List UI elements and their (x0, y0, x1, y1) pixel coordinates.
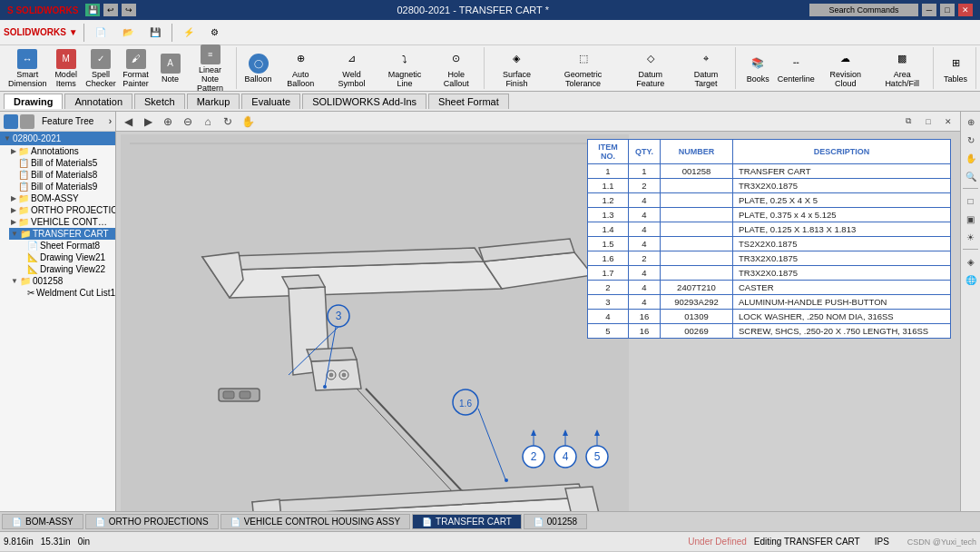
tree-item-dv21[interactable]: ▶ 📐 Drawing View21 (18, 251, 115, 263)
canvas-zoom-in-btn[interactable]: ⊕ (160, 113, 176, 130)
options-button[interactable]: ⚙ (205, 25, 224, 39)
tab-transfer-cart[interactable]: 📄 TRANSFER CART (412, 514, 522, 529)
open-button[interactable]: 📂 (117, 25, 139, 39)
canvas-zoom-out-btn[interactable]: ⊖ (180, 113, 196, 130)
rt-rotate-btn[interactable]: ↻ (963, 132, 979, 148)
tree-item-ortho[interactable]: ▶ 📁 ORTHO PROJECTIONS (9, 204, 115, 216)
rt-scene-btn[interactable]: 🌐 (963, 271, 979, 288)
tree-item-dv22[interactable]: ▶ 📐 Drawing View22 (18, 263, 115, 275)
bom-row-11[interactable]: 51600269SCREW, SHCS, .250-20 X .750 LENG… (588, 324, 951, 339)
weld-symbol-btn[interactable]: ⊿ Weld Symbol (327, 47, 377, 90)
rt-zoom-btn[interactable]: 🔍 (963, 168, 979, 184)
bom-row-2[interactable]: 1.24PLATE, 0.25 X 4 X 5 (588, 193, 951, 208)
bom-row-0[interactable]: 11001258TRANSFER CART (588, 164, 951, 179)
rt-section-btn[interactable]: ▣ (963, 211, 979, 227)
minimize-button[interactable]: ─ (922, 4, 936, 16)
tree-item-sheet-format[interactable]: ▶ 📄 Sheet Format8 (18, 240, 115, 251)
tables-btn[interactable]: ⊞ Tables (939, 52, 972, 85)
tree-item-001258[interactable]: ▼ 📁 001258 (9, 275, 115, 287)
rt-light-btn[interactable]: ☀ (963, 229, 979, 245)
canvas-prev-btn[interactable]: ◀ (120, 113, 136, 130)
canvas-restore-btn[interactable]: ⧉ (900, 113, 916, 130)
tree-item-root[interactable]: ▼ 02800-2021 (0, 132, 115, 145)
tab-sheet-format[interactable]: Sheet Format (428, 94, 509, 109)
solidworks-menu[interactable]: SOLIDWORKS ▼ (4, 27, 78, 37)
tab-sketch[interactable]: Sketch (134, 94, 185, 109)
spell-checker-btn[interactable]: ✓ SpellChecker (84, 47, 118, 90)
save-button[interactable]: 💾 (85, 4, 100, 16)
canvas-close-view-btn[interactable]: ✕ (940, 113, 956, 130)
linear-note-btn[interactable]: ≡ Linear NotePattern (189, 43, 232, 94)
tab-ortho[interactable]: 📄 ORTHO PROJECTIONS (85, 514, 219, 529)
tree-item-bom-assy[interactable]: ▶ 📁 BOM-ASSY (9, 192, 115, 204)
tab-drawing[interactable]: Drawing (4, 94, 63, 109)
smart-dimension-btn[interactable]: ↔ SmartDimension (7, 47, 48, 90)
tree-label-ortho: ORTHO PROJECTIONS (31, 205, 115, 215)
canvas-pan-btn[interactable]: ✋ (240, 113, 256, 130)
revision-cloud-btn[interactable]: ☁ Revision Cloud (818, 47, 873, 90)
search-commands[interactable]: Search Commands (809, 4, 918, 16)
close-button[interactable]: ✕ (958, 4, 973, 16)
bom-row-1[interactable]: 1.12TR3X2X0.1875 (588, 179, 951, 193)
tree-item-bom5[interactable]: ▶ 📋 Bill of Materials5 (9, 157, 115, 169)
geometric-tolerance-btn[interactable]: ⬚ Geometric Tolerance (545, 47, 621, 90)
undo-button[interactable]: ↩ (103, 4, 118, 16)
panel-collapse[interactable]: › (109, 116, 112, 126)
books-btn[interactable]: 📚 Books (741, 52, 774, 85)
datum-target-btn[interactable]: ⌖ Datum Target (681, 47, 731, 90)
rt-pan-btn[interactable]: ✋ (963, 150, 979, 166)
balloon-btn[interactable]: ◯ Balloon (242, 52, 275, 85)
centerline-btn[interactable]: ╌ Centerline (776, 52, 816, 85)
rt-view-btn[interactable]: ⊕ (963, 113, 979, 130)
bom-row-8[interactable]: 242407T210CASTER (588, 281, 951, 295)
tables-group: ⊞ Tables (936, 47, 976, 89)
svg-text:1.6: 1.6 (459, 399, 472, 409)
tree-item-transfer-cart[interactable]: ▼ 📁 TRANSFER CART (9, 228, 115, 240)
tab-001258[interactable]: 📄 001258 (524, 514, 587, 529)
window-title: 02800-2021 - TRANSFER CART * (136, 5, 809, 15)
hole-callout-btn[interactable]: ⊙ Hole Callout (433, 47, 480, 90)
format-painter-btn[interactable]: 🖌 FormatPainter (120, 47, 152, 90)
model-items-btn[interactable]: M ModelItems (50, 47, 83, 90)
tree-label-vehicle: VEHICLE CONTROL HOUSING AS... (31, 217, 113, 227)
canvas-area[interactable]: ◀ ▶ ⊕ ⊖ ⌂ ↻ ✋ ⧉ □ ✕ (116, 112, 960, 511)
bom-row-10[interactable]: 41601309LOCK WASHER, .250 NOM DIA, 316SS (588, 310, 951, 324)
area-hatch-btn[interactable]: ▩ Area Hatch/Fill (875, 47, 929, 90)
panel-icon-tree[interactable] (4, 114, 18, 129)
canvas-fit-btn[interactable]: ⌂ (200, 113, 216, 130)
tab-markup[interactable]: Markup (187, 94, 240, 109)
note-btn[interactable]: A Note (154, 52, 187, 85)
bom-row-6[interactable]: 1.62TR3X2X0.1875 (588, 251, 951, 266)
canvas-next-btn[interactable]: ▶ (140, 113, 156, 130)
panel-icon-props[interactable] (20, 114, 34, 129)
tree-item-weld-cut[interactable]: ▶ ✂ Weldment Cut List1 (18, 287, 115, 299)
save-file-button[interactable]: 💾 (144, 25, 166, 39)
tree-item-annotations[interactable]: ▶ 📁 Annotations (9, 145, 115, 157)
tab-vehicle-control[interactable]: 📄 VEHICLE CONTROL HOUSING ASSY (220, 514, 410, 529)
bom-row-9[interactable]: 3490293A292ALUMINUM-HANDLE PUSH-BUTTON (588, 295, 951, 310)
rt-display-btn[interactable]: □ (963, 192, 979, 209)
bom-row-7[interactable]: 1.74TR3X2X0.1875 (588, 266, 951, 281)
bom-row-3[interactable]: 1.34PLATE, 0.375 x 4 x 5.125 (588, 208, 951, 222)
rt-appearance-btn[interactable]: ◈ (963, 253, 979, 270)
tree-label-transfer-cart: TRANSFER CART (33, 229, 109, 239)
tab-annotation[interactable]: Annotation (64, 94, 132, 109)
tab-bom-assy[interactable]: 📄 BOM-ASSY (2, 514, 83, 529)
new-button[interactable]: 📄 (90, 25, 112, 39)
canvas-max-btn[interactable]: □ (920, 113, 936, 130)
canvas-rotate-btn[interactable]: ↻ (220, 113, 236, 130)
tree-item-vehicle[interactable]: ▶ 📁 VEHICLE CONTROL HOUSING AS... (9, 216, 115, 228)
magnetic-line-btn[interactable]: ⤵ Magnetic Line (378, 47, 431, 90)
auto-balloon-btn[interactable]: ⊕ Auto Balloon (277, 47, 325, 90)
tree-item-bom8[interactable]: ▶ 📋 Bill of Materials8 (9, 169, 115, 181)
redo-button[interactable]: ↪ (122, 4, 136, 16)
tree-item-bom9[interactable]: ▶ 📋 Bill of Materials9 (9, 181, 115, 192)
datum-feature-btn[interactable]: ◇ Datum Feature (622, 47, 679, 90)
tab-addins[interactable]: SOLIDWORKS Add-Ins (302, 94, 426, 109)
maximize-button[interactable]: □ (940, 4, 955, 16)
bom-row-5[interactable]: 1.54TS2X2X0.1875 (588, 237, 951, 251)
rebuild-button[interactable]: ⚡ (178, 25, 200, 39)
surface-finish-btn[interactable]: ◈ Surface Finish (490, 47, 544, 90)
bom-row-4[interactable]: 1.44PLATE, 0.125 X 1.813 X 1.813 (588, 222, 951, 237)
tab-evaluate[interactable]: Evaluate (241, 94, 300, 109)
